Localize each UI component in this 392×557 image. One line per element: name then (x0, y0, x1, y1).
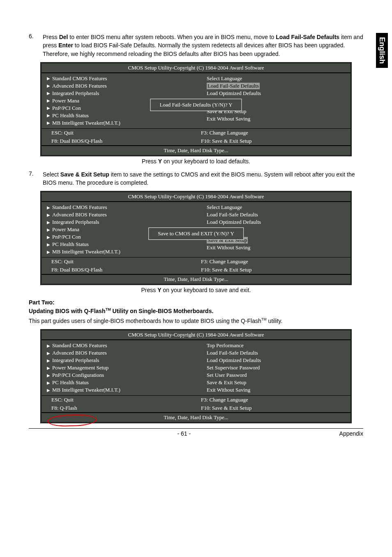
bios-title: CMOS Setup Utility-Copyright (C) 1984-20… (42, 63, 350, 73)
page-content: 6. Press Del to enter BIOS menu after sy… (0, 0, 392, 423)
spacer (199, 246, 207, 250)
bios-menu-label: Standard CMOS Features (52, 75, 107, 82)
bios-menu-item[interactable]: Load Optimized Defaults (196, 357, 350, 364)
spacer (199, 351, 207, 355)
spacer (199, 381, 207, 385)
triangle-right-icon: ▶ (45, 113, 52, 118)
step-6: 6. Press Del to enter BIOS menu after sy… (29, 33, 363, 58)
t: Utility on Single-BIOS Motherboards. (111, 308, 214, 314)
bios-help-line: Time, Date, Hard Disk Type... (42, 274, 350, 284)
spacer (199, 205, 207, 210)
bios-menu-item[interactable]: Load Fail-Safe Defaults (196, 211, 350, 218)
bios-menu-item[interactable]: ▶MB Intelligent Tweaker(M.I.T.) (42, 119, 196, 127)
bios-menu-item[interactable]: ▶Integrated Peripherals (42, 90, 196, 97)
bios-menu-label: Advanced BIOS Features (52, 83, 107, 89)
bios-menu-item[interactable]: Save & Exit Setup (196, 379, 350, 386)
bios-menu-item[interactable]: ▶Power Management Setup (42, 364, 196, 371)
t: Updating BIOS with Q-Flash (29, 308, 106, 314)
bios-menu-item[interactable]: ▶Standard CMOS Features (42, 75, 196, 82)
bios-menu-item[interactable]: ▶Advanced BIOS Features (42, 82, 196, 90)
bios-confirm-popup[interactable]: Save to CMOS and EXIT (Y/N)? Y (148, 227, 244, 240)
bios-menu-item[interactable]: ▶MB Intelligent Tweaker(M.I.T.) (42, 386, 196, 394)
bios-menu-label: MB Intelligent Tweaker(M.I.T.) (52, 120, 120, 126)
footer-appendix: Appendix (339, 430, 363, 437)
part-two-heading: Part Two: (29, 299, 363, 306)
spacer (199, 373, 207, 378)
bios-box-1: CMOS Setup Utility-Copyright (C) 1984-20… (40, 62, 352, 156)
bios-help-line: Time, Date, Hard Disk Type... (42, 145, 350, 155)
t: This part guides users of single-BIOS mo… (29, 318, 261, 324)
bios-menu-item[interactable]: Select Language (196, 75, 350, 82)
t: on your keyboard to load defaults. (162, 158, 250, 165)
spacer (199, 116, 207, 121)
bios-menu-item[interactable]: Top Performance (196, 342, 350, 349)
t: TM (106, 307, 111, 311)
t: Y (158, 158, 162, 165)
bios-box-3: CMOS Setup Utility-Copyright (C) 1984-20… (40, 329, 352, 423)
t: Load Fail-Safe Defaults (276, 34, 339, 40)
bios-footer: F10: Save & Exit Setup (201, 267, 350, 273)
bios-menu-item[interactable]: ▶Advanced BIOS Features (42, 211, 196, 218)
spacer (199, 76, 207, 81)
bios-footer: ESC: Quit (51, 130, 201, 136)
triangle-right-icon: ▶ (45, 388, 52, 392)
bios-menu-item[interactable]: ▶Advanced BIOS Features (42, 349, 196, 357)
part-two-subheading: Updating BIOS with Q-FlashTM Utility on … (29, 307, 363, 314)
spacer (199, 84, 207, 88)
bios-footer: F8: Q-Flash (51, 405, 201, 411)
bios-menu-item[interactable]: Load Optimized Defaults (196, 90, 350, 97)
bios-menu-label: Load Fail-Safe Defaults (207, 350, 258, 356)
bios-menu-item[interactable]: Load Fail-Safe Defaults (196, 82, 350, 90)
spacer (199, 91, 207, 95)
bios-menu-label: Load Fail-Safe Defaults (207, 211, 258, 218)
part-two-paragraph: This part guides users of single-BIOS mo… (29, 317, 363, 325)
t: Y (157, 287, 161, 293)
t: utility. (267, 318, 283, 324)
spacer (199, 366, 207, 370)
bios-footer: F3: Change Language (201, 397, 350, 403)
bios-menu-item[interactable]: ▶Integrated Peripherals (42, 218, 196, 226)
bios-menu-item[interactable]: ▶Standard CMOS Features (42, 342, 196, 349)
triangle-right-icon: ▶ (45, 84, 52, 88)
t: Press (43, 34, 59, 40)
bios-menu-label: Standard CMOS Features (52, 342, 107, 349)
bios-menu-item[interactable]: Exit Without Saving (196, 386, 350, 394)
bios-menu-item[interactable]: ▶MB Intelligent Tweaker(M.I.T.) (42, 248, 196, 255)
bios-menu-item[interactable]: Exit Without Saving (196, 244, 350, 251)
t: Del (59, 34, 68, 40)
bios-menu-label: Select Language (207, 75, 242, 82)
bios-menu-label: Top Performance (207, 342, 244, 349)
bios-menu-item[interactable]: ▶PC Health Status (42, 379, 196, 386)
step-text: Select Save & Exit Setup item to save th… (43, 170, 363, 187)
bios-footer: F10: Save & Exit Setup (201, 405, 350, 411)
step-text: Press Del to enter BIOS menu after syste… (43, 33, 363, 58)
bios-menu-item[interactable]: ▶PnP/PCI Configurations (42, 371, 196, 379)
bios-menu-item[interactable]: ▶PC Health Status (42, 241, 196, 248)
bios-menu-label: PC Health Status (52, 112, 89, 119)
bios-confirm-popup[interactable]: Load Fail-Safe Defaults (Y/N)? Y (150, 99, 242, 111)
triangle-right-icon: ▶ (45, 242, 52, 247)
bios-menu-item[interactable]: ▶PC Health Status (42, 112, 196, 119)
bios-menu-label: Power Mana (52, 226, 79, 233)
bios-footer: ESC: Quit (51, 397, 201, 403)
t: TM (261, 317, 267, 321)
bios-footer: ESC: Quit (51, 258, 201, 265)
bios-footer: F8: Dual BIOS/Q-Flash (51, 138, 201, 144)
bios-menu-item[interactable]: Set User Password (196, 371, 350, 379)
bios-menu-item[interactable]: Load Fail-Safe Defaults (196, 349, 350, 357)
bios-menu-item[interactable]: Select Language (196, 204, 350, 211)
bios-menu-item[interactable]: Load Optimized Defaults (196, 218, 350, 226)
t: Enter (58, 42, 73, 49)
bios-menu-item[interactable]: Exit Without Saving (196, 115, 350, 123)
triangle-right-icon: ▶ (45, 91, 52, 95)
bios-menu-label: Load Fail-Safe Defaults (207, 83, 260, 89)
bios-help-line: Time, Date, Hard Disk Type... (42, 412, 350, 422)
bios-menu-item[interactable]: ▶Standard CMOS Features (42, 204, 196, 211)
bios-menu-label: PC Health Status (52, 379, 89, 386)
side-language-tab: English (376, 33, 388, 68)
bios-menu-item[interactable]: ▶Integrated Peripherals (42, 357, 196, 364)
triangle-right-icon: ▶ (45, 366, 52, 370)
triangle-right-icon: ▶ (45, 343, 52, 348)
bios-footer: F3: Change Language (201, 258, 350, 265)
bios-menu-item[interactable]: Set Supervisor Password (196, 364, 350, 371)
